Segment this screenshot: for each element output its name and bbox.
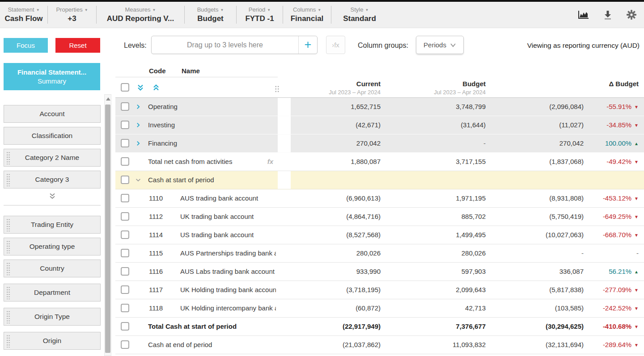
- toolbar-icons: [577, 2, 644, 28]
- row-checkbox[interactable]: [121, 249, 129, 257]
- sidebar-item-label: Account: [39, 110, 64, 117]
- toolbar-group-statement[interactable]: Statement▼Cash Flow: [0, 6, 48, 24]
- row-name: AUS Labs trading bank account: [180, 263, 276, 281]
- expand-chevron-icon[interactable]: [135, 140, 141, 148]
- column-header--budget[interactable]: Δ Budget: [486, 80, 639, 96]
- column-groups-dropdown[interactable]: Periods: [416, 36, 464, 54]
- drag-handle-icon[interactable]: [6, 240, 10, 253]
- row-checkbox[interactable]: [121, 212, 129, 221]
- toolbar-group-measures[interactable]: Measures▼AUD Reporting V...: [97, 6, 185, 24]
- sidebar-item-account[interactable]: Account: [4, 105, 101, 123]
- row-checkbox[interactable]: [121, 102, 129, 111]
- row-name: UK trading bank account: [180, 208, 276, 226]
- sidebar-item-country[interactable]: Country: [4, 260, 101, 277]
- cell-delta: (10,027,063): [486, 226, 584, 244]
- row-right-pad: [639, 98, 644, 116]
- account-code: 1118: [149, 299, 163, 317]
- sidebar-item-category-3[interactable]: Category 3: [4, 171, 101, 188]
- sidebar-item-operating-type[interactable]: Operating type: [4, 238, 101, 255]
- levels-sidebar: Financial Statement... Summary AccountCl…: [0, 63, 104, 356]
- column-header-current[interactable]: CurrentJul 2023 – Apr 2024: [291, 80, 381, 96]
- settings-gear-icon[interactable]: [626, 9, 637, 20]
- scrollbar-thumb[interactable]: [105, 105, 110, 353]
- toolbar-group-columns[interactable]: Columns▼Financial: [283, 6, 331, 24]
- sidebar-item-classification[interactable]: Classification: [4, 127, 101, 145]
- cell-budget: (31,644): [381, 116, 486, 134]
- drag-handle-icon[interactable]: [6, 218, 10, 231]
- table-row: 1118UK Holding intercompany bank account…: [115, 299, 644, 318]
- expand-all-icon[interactable]: [136, 84, 144, 93]
- cell-delta-pct: -: [584, 244, 639, 262]
- row-checkbox[interactable]: [121, 121, 129, 129]
- collapse-all-icon[interactable]: [152, 84, 160, 93]
- sidebar-item-trading-entity[interactable]: Trading Entity: [4, 216, 101, 234]
- drag-handle-icon[interactable]: [6, 286, 10, 299]
- cell-delta-pct: [584, 171, 639, 189]
- expand-chevron-icon[interactable]: [135, 122, 141, 130]
- row-name-cell: 1117UK Holding trading bank account: [115, 281, 278, 299]
- column-title: Budget: [381, 80, 486, 88]
- toolbar-group-period[interactable]: Period▼FYTD -1: [237, 6, 283, 24]
- drag-handle-icon[interactable]: [6, 151, 10, 164]
- sidebar-item-label: Origin: [43, 337, 61, 344]
- sidebar-scrollbar[interactable]: [104, 94, 111, 356]
- focus-button[interactable]: Focus: [4, 38, 48, 53]
- sidebar-item-department[interactable]: Department: [4, 284, 101, 302]
- row-checkbox[interactable]: [121, 340, 129, 349]
- row-checkbox[interactable]: [121, 304, 129, 312]
- row-checkbox[interactable]: [121, 194, 129, 202]
- chart-icon[interactable]: [577, 10, 589, 20]
- sidebar-item-category-2-name[interactable]: Category 2 Name: [4, 149, 101, 167]
- column-drag-handle-icon[interactable]: [275, 85, 280, 92]
- sidebar-item-origin-type[interactable]: Origin Type: [4, 308, 101, 326]
- download-icon[interactable]: [603, 10, 613, 20]
- toolbar-group-label: Columns▼: [293, 6, 321, 13]
- formula-fx-button[interactable]: ›fx: [326, 36, 345, 54]
- add-level-button[interactable]: +: [298, 36, 317, 54]
- row-name[interactable]: Operating: [148, 98, 276, 116]
- column-header-budget[interactable]: BudgetJul 2023 – Apr 2024: [381, 80, 486, 96]
- cell-current: 280,026: [291, 244, 381, 262]
- row-name[interactable]: Financing: [148, 134, 276, 152]
- drag-handle-icon[interactable]: [6, 310, 10, 323]
- cell-current: (3,718,195): [291, 281, 381, 299]
- row-checkbox[interactable]: [121, 267, 129, 276]
- scroll-up-icon[interactable]: [106, 97, 110, 101]
- trend-up-icon: ▲: [634, 269, 639, 274]
- card-subtitle: Summary: [38, 77, 66, 85]
- panel-gutter: [278, 281, 291, 299]
- row-name[interactable]: Investing: [148, 116, 276, 134]
- cell-delta-pct: -289.64%▼: [584, 336, 639, 354]
- cell-delta-pct: -410.68%▼: [584, 318, 639, 335]
- toolbar-group-properties[interactable]: Properties▼+3: [48, 6, 97, 24]
- row-name[interactable]: Cash at start of period: [148, 171, 276, 189]
- row-checkbox[interactable]: [121, 230, 129, 239]
- panel-gutter: [278, 171, 291, 189]
- row-right-pad: [639, 153, 644, 171]
- levels-dropzone[interactable]: Drag up to 3 levels here +: [151, 36, 318, 54]
- row-checkbox[interactable]: [121, 176, 129, 184]
- drag-handle-icon[interactable]: [6, 335, 10, 348]
- sidebar-item-label: Category 3: [35, 176, 69, 183]
- cashflow-report-app: Statement▼Cash FlowProperties▼+3Measures…: [0, 0, 644, 356]
- dropdown-caret-icon: ▼: [318, 8, 321, 12]
- toolbar-group-budgets[interactable]: Budgets▼Budget: [185, 6, 237, 24]
- cell-budget: 280,026: [381, 244, 486, 262]
- toolbar-group-style[interactable]: Style▼Standard: [331, 6, 388, 24]
- row-checkbox[interactable]: [121, 139, 129, 147]
- row-checkbox[interactable]: [121, 157, 129, 166]
- drag-handle-icon[interactable]: [6, 173, 10, 186]
- trend-down-icon: ▼: [634, 105, 639, 109]
- trend-down-icon: ▼: [634, 306, 639, 311]
- sidebar-item-origin[interactable]: Origin: [4, 332, 101, 350]
- expand-chevron-icon[interactable]: [135, 104, 141, 112]
- collapse-chevron-icon[interactable]: [135, 177, 141, 185]
- reset-button[interactable]: Reset: [55, 38, 100, 53]
- sidebar-item-financial-statement[interactable]: Financial Statement... Summary: [4, 63, 100, 90]
- show-more-levels-icon[interactable]: [4, 193, 101, 201]
- row-checkbox[interactable]: [121, 322, 129, 331]
- row-checkbox[interactable]: [121, 285, 129, 294]
- drag-handle-icon[interactable]: [6, 262, 10, 275]
- select-all-checkbox[interactable]: [121, 83, 129, 92]
- row-name-cell: Cash at start of period: [115, 171, 278, 189]
